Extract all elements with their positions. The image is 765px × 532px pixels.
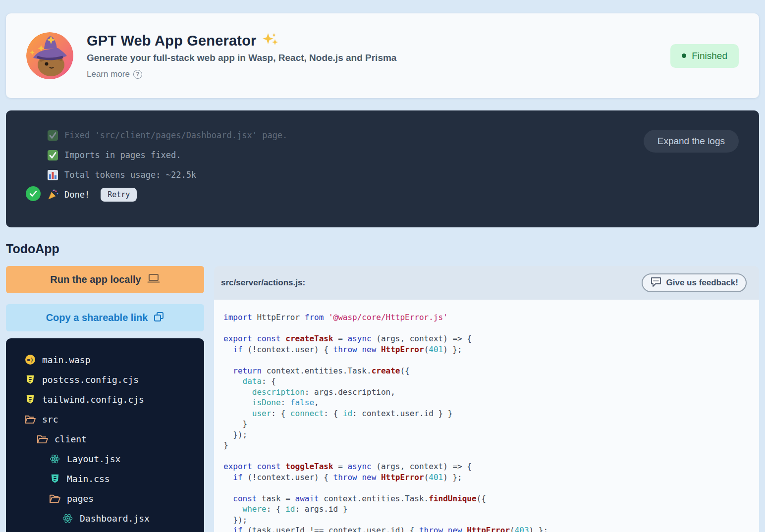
tree-item-label: src — [42, 414, 58, 425]
party-popper-emoji-icon — [47, 189, 62, 201]
page-subtitle: Generate your full-stack web app in Wasp… — [87, 53, 396, 63]
code-line: description: args.description, — [223, 387, 759, 398]
code-line: if (!context.user) { throw new HttpError… — [223, 344, 759, 355]
app-name: TodoApp — [6, 242, 759, 256]
tree-item-label: Dashboard.jsx — [80, 513, 150, 524]
learn-more-link[interactable]: Learn more ? — [87, 69, 142, 79]
check-emoji-icon — [47, 150, 62, 161]
code-line: return context.entities.Task.create({ — [223, 366, 759, 376]
sparkles-icon — [262, 32, 278, 49]
expand-logs-button[interactable]: Expand the logs — [644, 130, 739, 153]
log-text: Fixed 'src/client/pages/Dashboard.jsx' p… — [64, 130, 287, 140]
feedback-button[interactable]: Give us feedback! — [642, 273, 747, 292]
folder-open-icon — [24, 414, 36, 425]
tree-item-dashboard-jsx[interactable]: Dashboard.jsx — [6, 508, 204, 528]
tree-item-label: Layout.jsx — [67, 454, 120, 464]
code-line: data: { — [223, 376, 759, 387]
code-line — [223, 355, 759, 366]
code-line — [223, 451, 759, 462]
code-line — [223, 323, 759, 334]
code-line: }); — [223, 515, 759, 526]
folder-open-icon — [37, 433, 48, 445]
retry-button[interactable]: Retry — [101, 188, 137, 202]
status-dot-icon — [682, 53, 686, 58]
code-line: } — [223, 419, 759, 429]
tree-item-label: pages — [67, 493, 94, 504]
tree-item-client[interactable]: client — [6, 429, 204, 449]
code-line: } — [223, 440, 759, 451]
bar-chart-emoji-icon — [47, 169, 62, 181]
speech-bubble-icon — [650, 276, 662, 290]
code-panel: src/server/actions.js: Give us feedback!… — [214, 266, 759, 532]
code-line: where: { id: args.id } — [223, 504, 759, 515]
code-line: }); — [223, 429, 759, 440]
code-line: isDone: false, — [223, 397, 759, 408]
wasp-icon: =) — [24, 354, 36, 366]
tree-item-label: postcss.config.cjs — [42, 374, 139, 385]
js-config-icon — [24, 394, 36, 405]
copy-icon — [154, 312, 164, 324]
tree-item-tailwind-config-cjs[interactable]: tailwind.config.cjs — [6, 389, 204, 409]
code-line: if (task.userId !== context.user.id) { t… — [223, 525, 759, 532]
log-line: Total tokens usage: ~22.5k — [6, 165, 759, 185]
tree-item-main-wasp[interactable]: =)main.wasp — [6, 350, 204, 370]
svg-text:=): =) — [27, 357, 33, 363]
code-line: export const toggleTask = async (args, c… — [223, 461, 759, 472]
js-config-icon — [24, 374, 36, 385]
tree-item-src[interactable]: src — [6, 409, 204, 429]
tree-item-layout-jsx[interactable]: Layout.jsx — [6, 449, 204, 469]
log-line: Done! Retry — [6, 185, 759, 205]
page-title: GPT Web App Generator — [87, 33, 257, 49]
status-badge: Finished — [670, 44, 739, 68]
react-icon — [49, 453, 60, 465]
left-column: Run the app locally Copy a shareable lin… — [6, 266, 204, 532]
tree-item-label: client — [55, 434, 87, 444]
laptop-icon — [147, 273, 160, 286]
mage-logo — [26, 32, 73, 79]
tree-item-label: main.wasp — [42, 355, 91, 365]
log-text: Imports in pages fixed. — [64, 150, 181, 160]
code-line: user: { connect: { id: context.user.id }… — [223, 408, 759, 419]
help-icon[interactable]: ? — [133, 70, 142, 79]
code-area: import HttpError from '@wasp/core/HttpEr… — [214, 300, 759, 532]
tree-item-postcss-config-cjs[interactable]: postcss.config.cjs — [6, 370, 204, 389]
folder-open-icon — [49, 493, 60, 504]
code-line: const task = await context.entities.Task… — [223, 493, 759, 504]
file-tree: =)main.wasppostcss.config.cjstailwind.co… — [6, 338, 204, 532]
header-card: GPT Web App Generator Generate your full… — [6, 13, 759, 98]
tree-item-label: tailwind.config.cjs — [42, 394, 144, 405]
tree-item-label: Main.css — [67, 474, 110, 484]
code-header: src/server/actions.js: Give us feedback! — [214, 266, 759, 300]
log-text: Total tokens usage: ~22.5k — [64, 170, 196, 180]
file-path: src/server/actions.js: — [221, 278, 305, 288]
code-block: import HttpError from '@wasp/core/HttpEr… — [223, 312, 759, 532]
code-line: import HttpError from '@wasp/core/HttpEr… — [223, 312, 759, 323]
log-panel: Fixed 'src/client/pages/Dashboard.jsx' p… — [6, 110, 759, 227]
react-icon — [62, 513, 73, 524]
code-line: if (!context.user) { throw new HttpError… — [223, 472, 759, 483]
css-icon — [49, 473, 60, 484]
main-area: Run the app locally Copy a shareable lin… — [6, 266, 759, 532]
success-check-icon — [26, 186, 41, 203]
check-emoji-icon — [47, 130, 62, 141]
tree-item-pages[interactable]: pages — [6, 488, 204, 508]
run-app-button[interactable]: Run the app locally — [6, 266, 204, 293]
tree-item-main-css[interactable]: Main.css — [6, 469, 204, 488]
log-text: Done! — [64, 190, 90, 200]
code-line — [223, 482, 759, 493]
code-line: export const createTask = async (args, c… — [223, 333, 759, 344]
copy-link-button[interactable]: Copy a shareable link — [6, 304, 204, 331]
